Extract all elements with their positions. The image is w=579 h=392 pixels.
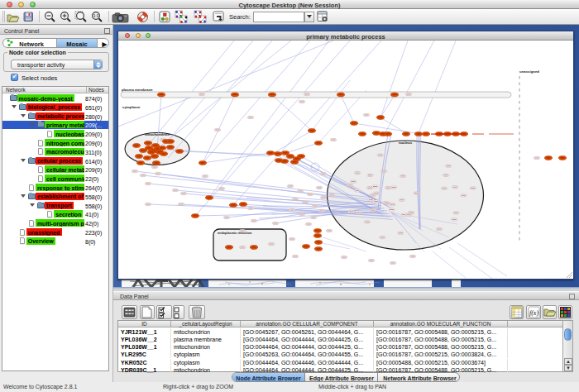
svg-text:mitochondrion: mitochondrion bbox=[145, 132, 170, 136]
svg-text:unassigned: unassigned bbox=[519, 69, 539, 74]
svg-text:plasma membrane: plasma membrane bbox=[122, 88, 153, 92]
svg-text:nucleus: nucleus bbox=[399, 141, 413, 145]
svg-text:1:1: 1:1 bbox=[93, 14, 99, 18]
svg-text:cytoplasm: cytoplasm bbox=[122, 105, 140, 109]
svg-text:f(x): f(x) bbox=[529, 309, 538, 317]
svg-text:endoplasmic reticulum: endoplasmic reticulum bbox=[218, 232, 252, 235]
